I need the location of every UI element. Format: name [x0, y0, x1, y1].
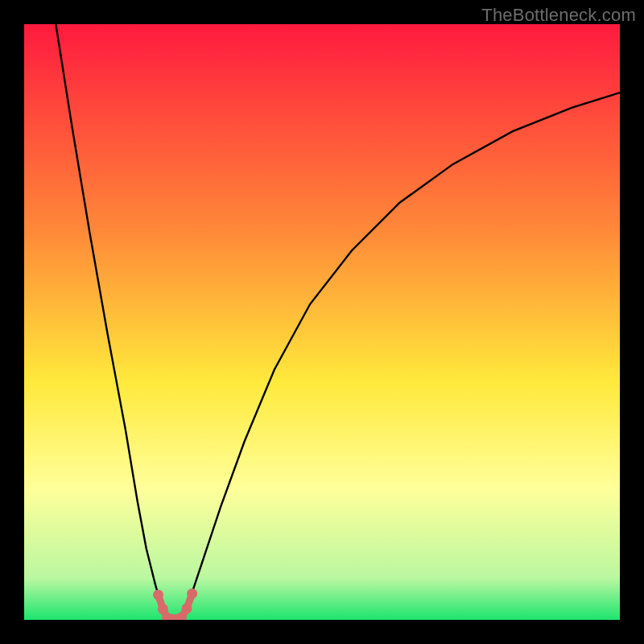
curve-right-branch — [178, 93, 620, 618]
watermark-text: TheBottleneck.com — [481, 5, 636, 26]
valley-marker — [182, 603, 192, 613]
valley-markers — [153, 588, 197, 620]
valley-marker — [171, 614, 182, 620]
valley-marker — [167, 614, 177, 620]
valley-marker — [176, 613, 187, 620]
valley-marker — [162, 613, 172, 620]
valley-marker — [153, 589, 163, 600]
valley-marker — [158, 604, 168, 614]
valley-stroke — [159, 593, 192, 619]
chart-svg — [24, 24, 620, 620]
curve-left-branch — [54, 24, 168, 619]
valley-marker — [187, 588, 197, 599]
gradient-background — [24, 24, 620, 620]
plot-area — [24, 24, 620, 620]
chart-stage: TheBottleneck.com — [0, 0, 644, 644]
